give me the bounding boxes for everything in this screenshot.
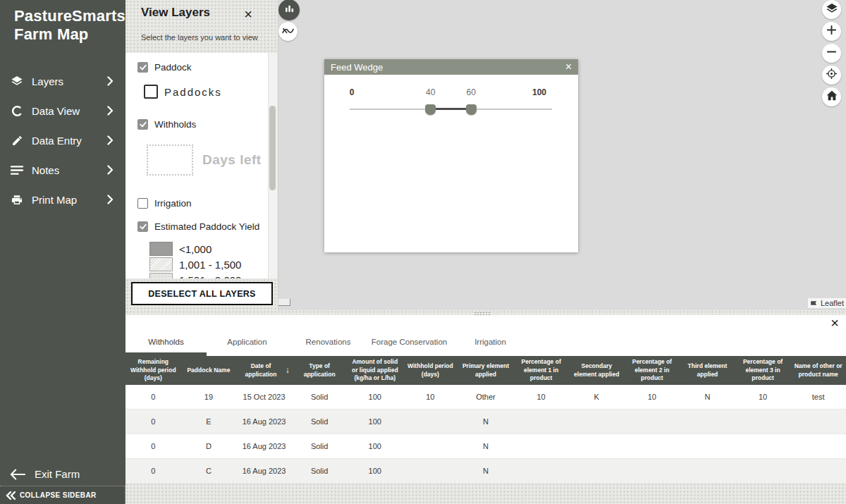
view-layers-close-icon[interactable]: × (244, 7, 252, 21)
app-title: PastureSmarts Farm Map (0, 0, 125, 44)
app-title-line2: Farm Map (14, 25, 125, 44)
tab-application[interactable]: Application (207, 338, 288, 356)
sidebar-item-data-view[interactable]: Data View (0, 96, 125, 125)
trend-lines-icon (282, 25, 294, 38)
layer-list-scrollbar[interactable] (268, 53, 277, 278)
map-attribution[interactable]: Leaflet (808, 298, 846, 308)
column-header-label: Secondary element applied (571, 362, 623, 379)
layer-row-irrigation[interactable]: Irrigation (137, 198, 268, 209)
column-header-third-element-applied[interactable]: Third element applied (680, 356, 735, 385)
double-chevron-left-icon (6, 491, 16, 500)
table-cell: 100 (347, 467, 403, 475)
feed-wedge-header[interactable]: Feed Wedge × (324, 59, 578, 75)
column-header-primary-element-applied[interactable]: Primary element applied (458, 356, 514, 385)
paddock-checkbox[interactable] (137, 62, 148, 73)
table-cell: 16 Aug 2023 (236, 442, 292, 450)
slider-lower-label: 40 (426, 87, 435, 97)
sidebar-item-notes[interactable]: Notes (0, 155, 125, 185)
sidebar-item-label: Notes (32, 164, 107, 176)
layer-row-estimated-paddock-yield[interactable]: Estimated Paddock Yield (137, 221, 268, 232)
tab-forage-conservation[interactable]: Forage Conservation (369, 338, 450, 356)
table-row[interactable]: 0C16 Aug 2023Solid100N (125, 459, 846, 484)
paddocks-checkbox[interactable] (144, 85, 158, 99)
column-header-percentage-of-element-1-in-product[interactable]: Percentage of element 1 in product (513, 356, 569, 385)
layer-row-paddock[interactable]: Paddock (137, 62, 268, 73)
estimated-paddock-yield-label: Estimated Paddock Yield (154, 221, 259, 232)
deselect-all-layers-button[interactable]: DESELECT ALL LAYERS (131, 282, 273, 305)
column-header-withhold-period-(days)[interactable]: Withhold period (days) (403, 356, 458, 385)
home-button[interactable] (822, 87, 841, 106)
irrigation-checkbox[interactable] (137, 198, 148, 209)
column-header-name-of-other-or-product-name[interactable]: Name of other or product name (790, 356, 846, 385)
arrow-left-icon (10, 469, 25, 480)
tab-renovations[interactable]: Renovations (288, 338, 369, 356)
column-header-label: Name of other or product name (792, 362, 844, 379)
column-header-date-of-application[interactable]: Date of application↓ (236, 356, 292, 385)
tab-irrigation[interactable]: Irrigation (450, 338, 531, 356)
table-row[interactable]: 01915 Oct 2023Solid10010Other10K10N10tes… (125, 385, 846, 410)
locate-button[interactable] (822, 66, 841, 85)
table-row[interactable]: 0D16 Aug 2023Solid100N (125, 434, 846, 459)
sidebar: PastureSmarts Farm Map LayersData ViewDa… (0, 0, 125, 504)
exit-farm-label: Exit Farm (35, 468, 80, 480)
table-tabs: WithholdsApplicationRenovationsForage Co… (125, 315, 846, 356)
table-cell: N (680, 393, 735, 401)
sidebar-item-print-map[interactable]: Print Map (0, 185, 125, 214)
table-cell: 100 (347, 442, 403, 450)
table-row[interactable]: 0E16 Aug 2023Solid100N (125, 410, 846, 434)
zoom-out-button[interactable] (822, 44, 841, 63)
legend-item: <1,000 (149, 241, 268, 257)
layers-button[interactable] (822, 0, 841, 19)
scrollbar-thumb[interactable] (269, 106, 276, 190)
table-cell: 10 (735, 393, 791, 401)
feed-wedge-close-icon[interactable]: × (565, 61, 572, 73)
withholds-preview-label: Days left (202, 152, 262, 168)
table-cell: N (458, 467, 514, 475)
withholds-checkbox[interactable] (137, 119, 148, 130)
chevron-right-icon (107, 195, 114, 204)
column-header-amount-of-solid-or-liquid-applied-(kg/ha[interactable]: Amount of solid or liquid applied (kg/ha… (347, 356, 403, 385)
sidebar-item-layers[interactable]: Layers (0, 66, 125, 96)
layer-row-withholds[interactable]: Withholds (137, 119, 268, 130)
feed-wedge-body: 0 40 60 100 (324, 75, 578, 252)
feed-wedge-title: Feed Wedge (331, 62, 383, 73)
zoom-in-button[interactable] (822, 22, 841, 41)
slider-handle-lower[interactable] (425, 104, 436, 115)
view-layers-title: View Layers (141, 6, 210, 20)
table-cell: Solid (292, 442, 348, 450)
layers-icon (9, 74, 25, 88)
table-cell: K (569, 393, 625, 401)
table-cell: 10 (513, 393, 569, 401)
layer-row-paddocks[interactable]: Paddocks (144, 85, 268, 99)
collapse-sidebar-button[interactable]: COLLAPSE SIDEBAR (0, 486, 125, 504)
slider-upper-label: 60 (467, 87, 476, 97)
column-header-type-of-application[interactable]: Type of application (292, 356, 348, 385)
withholds-label: Withholds (154, 119, 196, 130)
column-header-paddock-name[interactable]: Paddock Name (181, 356, 237, 385)
table-cell: 16 Aug 2023 (236, 467, 292, 475)
slider-selected-range (431, 108, 471, 110)
feed-wedge-chart-button[interactable] (278, 0, 300, 20)
paddocks-label: Paddocks (164, 86, 222, 98)
column-header-percentage-of-element-2-in-product[interactable]: Percentage of element 2 in product (625, 356, 680, 385)
slider-handle-upper[interactable] (466, 104, 477, 115)
table-panel-close-icon[interactable]: × (830, 316, 839, 330)
sidebar-item-exit-farm[interactable]: Exit Farm (0, 468, 125, 480)
legend-label: <1,000 (179, 243, 212, 255)
table-cell: C (181, 467, 237, 475)
column-header-remaining-withhold-period-(days)[interactable]: Remaining Withhold period (days) (125, 356, 181, 385)
irrigation-label: Irrigation (154, 198, 192, 209)
table-cell: Other (458, 393, 514, 401)
column-header-label: Type of application (294, 362, 345, 379)
column-header-percentage-of-element-3-in-product[interactable]: Percentage of element 3 in product (735, 356, 791, 385)
tab-label: Irrigation (474, 338, 506, 346)
table-cell: D (181, 442, 237, 450)
growth-trend-button[interactable] (278, 22, 298, 41)
sidebar-item-label: Data Entry (32, 135, 107, 147)
column-header-secondary-element-applied[interactable]: Secondary element applied (569, 356, 625, 385)
yield-legend: <1,0001,001 - 1,5001,501 - 2,000 (149, 241, 268, 278)
sidebar-item-data-entry[interactable]: Data Entry (0, 125, 125, 155)
legend-label: 1,001 - 1,500 (179, 259, 241, 271)
estimated-paddock-yield-checkbox[interactable] (137, 221, 148, 232)
tab-withholds[interactable]: Withholds (125, 338, 207, 356)
